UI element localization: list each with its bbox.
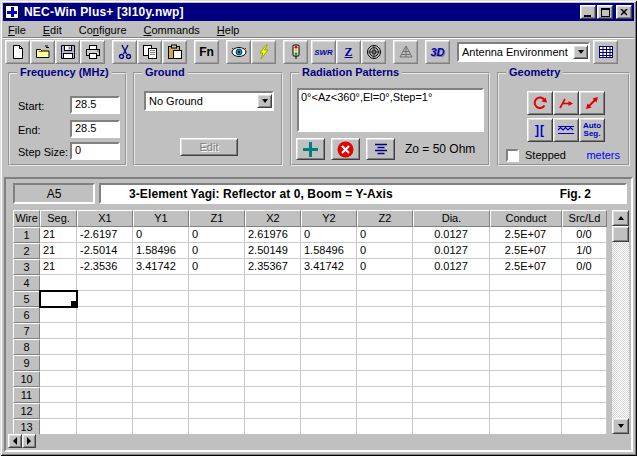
menu-file[interactable]: File [6, 23, 28, 38]
grid-cell[interactable] [40, 355, 77, 371]
wire-ends-button[interactable]: ][ [527, 118, 553, 142]
grid-cell[interactable] [245, 275, 301, 291]
grid-cell[interactable]: 2.61976 [245, 227, 301, 243]
impedance-button[interactable]: Z [336, 40, 361, 64]
grid-cell[interactable]: 0 [189, 243, 245, 259]
pattern-list-button[interactable] [366, 138, 395, 160]
grid-cell[interactable] [40, 403, 77, 419]
scrollbar-thumb[interactable] [612, 226, 629, 242]
grid-cell[interactable] [490, 275, 562, 291]
pattern-list-item[interactable]: 0°<Az<360°,El=0°,Step=1° [299, 90, 482, 104]
menu-edit[interactable]: Edit [41, 23, 64, 38]
tab-scroll-right-button[interactable] [22, 434, 36, 448]
grid-cell[interactable]: 21 [40, 259, 77, 275]
tab-scroll-left-button[interactable] [8, 434, 22, 448]
grid-cell[interactable]: 21 [40, 227, 77, 243]
grid-cell[interactable] [77, 355, 133, 371]
grid-cell[interactable]: 21 [40, 243, 77, 259]
app-icon[interactable] [5, 5, 19, 19]
grid-cell[interactable] [562, 307, 607, 323]
grid-cell[interactable] [40, 371, 77, 387]
title-bar[interactable]: NEC-Win Plus+ [3l10y.nwp] [3, 3, 634, 21]
column-header[interactable]: Src/Ld [562, 210, 607, 227]
row-header[interactable]: 4 [13, 275, 40, 291]
row-header[interactable]: 10 [13, 371, 40, 387]
row-header[interactable]: 12 [13, 403, 40, 419]
grid-cell[interactable] [490, 355, 562, 371]
grid-cell[interactable] [301, 419, 357, 435]
grid-cell[interactable] [133, 307, 189, 323]
grid-cell[interactable] [133, 291, 189, 307]
row-header[interactable]: 11 [13, 387, 40, 403]
chevron-down-icon[interactable] [257, 94, 272, 108]
grid-cell[interactable] [189, 339, 245, 355]
grid-cell[interactable] [357, 275, 413, 291]
grid-cell[interactable] [77, 291, 133, 307]
grid-cell[interactable] [245, 307, 301, 323]
column-header[interactable]: Y1 [133, 210, 189, 227]
grid-cell[interactable] [40, 291, 77, 307]
minimize-button[interactable] [580, 5, 596, 19]
wire-segments-button[interactable] [553, 118, 579, 142]
antenna-view-button[interactable] [393, 40, 418, 64]
grid-cell[interactable] [301, 403, 357, 419]
grid-cell[interactable]: 0 [189, 227, 245, 243]
row-header[interactable]: 2 [13, 243, 40, 259]
grid-cell[interactable]: 2.35367 [245, 259, 301, 275]
move-axis-button[interactable] [553, 91, 579, 115]
grid-cell[interactable] [413, 323, 490, 339]
grid-cell[interactable] [301, 291, 357, 307]
grid-cell[interactable] [77, 339, 133, 355]
grid-cell[interactable]: 0 [357, 259, 413, 275]
grid-cell[interactable] [301, 275, 357, 291]
grid-cell[interactable] [301, 323, 357, 339]
grid-cell[interactable] [189, 387, 245, 403]
grid-cell[interactable] [245, 355, 301, 371]
grid-cell[interactable] [413, 371, 490, 387]
grid-cell[interactable]: 0 [189, 259, 245, 275]
sheet-title-bar[interactable]: 3-Element Yagi: Reflector at 0, Boom = Y… [99, 183, 627, 204]
column-header[interactable]: Z2 [357, 210, 413, 227]
grid-cell[interactable] [40, 339, 77, 355]
maximize-button[interactable] [597, 5, 613, 19]
grid-cell[interactable]: -2.3536 [77, 259, 133, 275]
environment-dropdown[interactable]: Antenna Environment [457, 42, 590, 62]
grid-cell[interactable]: -2.6197 [77, 227, 133, 243]
grid-cell[interactable] [189, 371, 245, 387]
grid-cell[interactable] [357, 371, 413, 387]
column-header[interactable]: Seg. [40, 210, 77, 227]
grid-cell[interactable] [133, 403, 189, 419]
grid-cell[interactable] [490, 387, 562, 403]
column-header[interactable]: Dia. [413, 210, 490, 227]
grid-cell[interactable] [562, 291, 607, 307]
grid-cell[interactable] [40, 387, 77, 403]
auto-segment-button[interactable]: AutoSeg. [579, 118, 605, 142]
grid-cell[interactable] [413, 419, 490, 435]
grid-cell[interactable]: 2.5E+07 [490, 227, 562, 243]
grid-cell[interactable] [189, 291, 245, 307]
vertical-scrollbar[interactable] [612, 210, 629, 434]
grid-cell[interactable]: 2.5E+07 [490, 259, 562, 275]
swr-button[interactable]: SWR [311, 40, 336, 64]
status-button[interactable] [283, 40, 308, 64]
row-header[interactable]: 1 [13, 227, 40, 243]
grid-cell[interactable] [357, 387, 413, 403]
scroll-down-button[interactable] [612, 418, 629, 434]
grid-cell[interactable] [77, 387, 133, 403]
close-button[interactable] [616, 5, 632, 19]
grid-cell[interactable] [245, 371, 301, 387]
run-button[interactable] [251, 40, 276, 64]
grid-cell[interactable] [413, 339, 490, 355]
grid-cell[interactable] [133, 339, 189, 355]
grid-cell[interactable] [40, 275, 77, 291]
grid-cell[interactable] [413, 307, 490, 323]
grid-cell[interactable] [77, 323, 133, 339]
menu-configure[interactable]: Configure [77, 23, 129, 38]
rotate-button[interactable] [527, 91, 553, 115]
edit-ground-button[interactable]: Edit [180, 138, 238, 156]
polar-plot-button[interactable] [361, 40, 386, 64]
grid-cell[interactable]: 0 [133, 227, 189, 243]
view-button[interactable] [226, 40, 251, 64]
save-button[interactable] [55, 40, 80, 64]
cut-button[interactable] [112, 40, 137, 64]
